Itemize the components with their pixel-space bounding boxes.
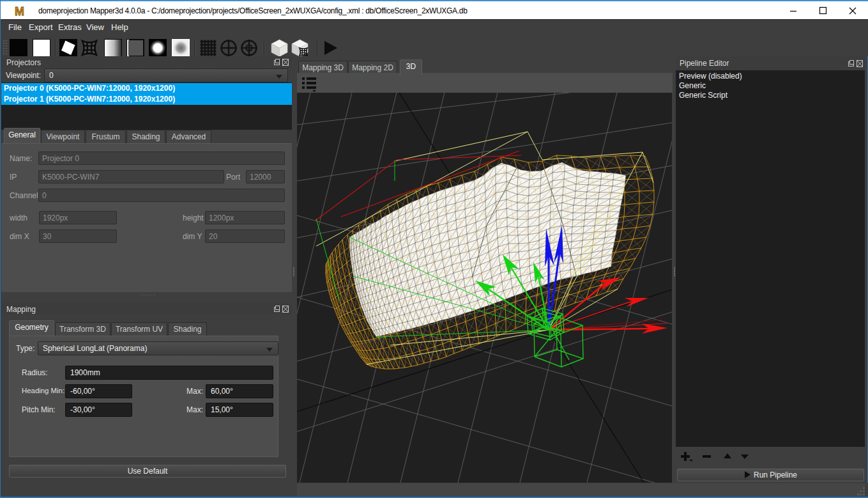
svg-text:M: M: [15, 5, 24, 17]
